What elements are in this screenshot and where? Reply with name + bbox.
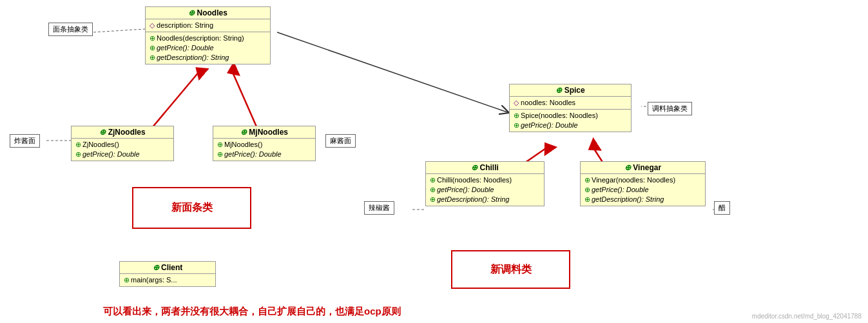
highlight-new-spice: 新调料类 — [451, 250, 570, 289]
zjnoodles-method-2: getPrice(): Double — [75, 150, 169, 159]
spice-method-1: Spice(noodles: Noodles) — [514, 111, 627, 121]
class-noodles-name: Noodles — [197, 8, 227, 17]
class-client: ⊕ Client main(args: S... — [119, 261, 216, 287]
diagram-container: ⊕ Noodles ◇ description: String Noodles(… — [0, 0, 868, 323]
noodles-method-1: Noodles(description: String) — [149, 34, 266, 43]
bottom-text-ocp: ocp — [364, 306, 381, 317]
class-client-header: ⊕ Client — [120, 262, 215, 274]
spice-field-1: ◇ noodles: Noodles — [514, 98, 627, 108]
class-spice: ⊕ Spice ◇ noodles: Noodles Spice(noodles… — [509, 84, 632, 132]
class-vinegar-name: Vinegar — [633, 163, 661, 172]
class-spice-name: Spice — [564, 86, 585, 95]
annotation-zhajianmian-text: 炸酱面 — [14, 137, 35, 144]
annotation-majiangmian-text: 麻酱面 — [330, 137, 351, 144]
class-mjnoodles: ⊕ MjNoodles MjNoodles() getPrice(): Doub… — [213, 126, 316, 161]
bottom-text-suffix: 原则 — [381, 306, 401, 317]
class-mjnoodles-name: MjNoodles — [249, 128, 288, 137]
annotation-zhajianmian: 炸酱面 — [10, 134, 40, 148]
chilli-method-3: getDescription(): String — [430, 195, 540, 204]
noodles-method-3: getDescription(): String — [149, 53, 266, 63]
vinegar-method-3: getDescription(): String — [584, 195, 701, 204]
chilli-method-2: getPrice(): Double — [430, 185, 540, 195]
annotation-miantiao-text: 面条抽象类 — [53, 25, 88, 33]
class-chilli-name: Chilli — [480, 163, 499, 172]
annotation-miantiao: 面条抽象类 — [48, 23, 93, 36]
class-zjnoodles-header: ⊕ ZjNoodles — [72, 126, 173, 139]
class-client-name: Client — [161, 263, 182, 272]
class-chilli-methods: Chilli(noodles: Noodles) getPrice(): Dou… — [426, 174, 544, 206]
bottom-text: 可以看出来，两者并没有很大耦合，自己扩展自己的，也满足ocp原则 — [103, 306, 401, 318]
annotation-lajiaomian-text: 辣椒酱 — [369, 204, 390, 211]
class-zjnoodles-methods: ZjNoodles() getPrice(): Double — [72, 139, 173, 161]
vinegar-method-2: getPrice(): Double — [584, 185, 701, 195]
bottom-text-content: 可以看出来，两者并没有很大耦合，自己扩展自己的，也满足 — [103, 306, 364, 317]
class-spice-header: ⊕ Spice — [510, 84, 631, 97]
class-zjnoodles-name: ZjNoodles — [108, 128, 146, 137]
svg-line-4 — [277, 32, 509, 113]
class-spice-fields: ◇ noodles: Noodles — [510, 97, 631, 110]
class-noodles-methods: Noodles(description: String) getPrice():… — [146, 32, 270, 64]
noodles-field-1: ◇ description: String — [149, 21, 266, 30]
highlight-new-spice-text: 新调料类 — [490, 263, 532, 277]
mjnoodles-method-2: getPrice(): Double — [217, 150, 311, 159]
class-noodles-header: ⊕ Noodles — [146, 7, 270, 19]
client-method-1: main(args: S... — [124, 275, 211, 285]
zjnoodles-method-1: ZjNoodles() — [75, 140, 169, 150]
class-vinegar-header: ⊕ Vinegar — [581, 162, 705, 174]
spice-method-2: getPrice(): Double — [514, 121, 627, 130]
annotation-majiangmian: 麻酱面 — [325, 134, 356, 148]
class-noodles: ⊕ Noodles ◇ description: String Noodles(… — [145, 6, 271, 64]
annotation-cu-text: 醋 — [719, 204, 726, 211]
annotation-lajiaomian: 辣椒酱 — [364, 201, 394, 215]
noodles-icon: ⊕ — [188, 8, 195, 17]
class-spice-methods: Spice(noodles: Noodles) getPrice(): Doub… — [510, 110, 631, 132]
highlight-new-noodles: 新面条类 — [132, 187, 251, 229]
class-chilli-header: ⊕ Chilli — [426, 162, 544, 174]
class-zjnoodles: ⊕ ZjNoodles ZjNoodles() getPrice(): Doub… — [71, 126, 174, 161]
class-vinegar: ⊕ Vinegar Vinegar(noodles: Noodles) getP… — [580, 161, 706, 206]
highlight-new-noodles-text: 新面条类 — [171, 201, 213, 215]
watermark: mdeditor.csdn.net/md_blog_42041788 — [752, 313, 862, 320]
annotation-tiaoliao-text: 调料抽象类 — [652, 104, 688, 112]
class-client-methods: main(args: S... — [120, 274, 215, 286]
chilli-method-1: Chilli(noodles: Noodles) — [430, 175, 540, 185]
class-noodles-fields: ◇ description: String — [146, 19, 270, 32]
class-mjnoodles-header: ⊕ MjNoodles — [213, 126, 315, 139]
vinegar-method-1: Vinegar(noodles: Noodles) — [584, 175, 701, 185]
annotation-cu: 醋 — [714, 201, 730, 215]
watermark-text: mdeditor.csdn.net/md_blog_42041788 — [752, 313, 862, 320]
class-mjnoodles-methods: MjNoodles() getPrice(): Double — [213, 139, 315, 161]
svg-line-7 — [93, 29, 145, 32]
noodles-method-2: getPrice(): Double — [149, 43, 266, 53]
class-chilli: ⊕ Chilli Chilli(noodles: Noodles) getPri… — [425, 161, 545, 206]
annotation-tiaoliao: 调料抽象类 — [648, 102, 692, 115]
mjnoodles-method-1: MjNoodles() — [217, 140, 311, 150]
class-vinegar-methods: Vinegar(noodles: Noodles) getPrice(): Do… — [581, 174, 705, 206]
